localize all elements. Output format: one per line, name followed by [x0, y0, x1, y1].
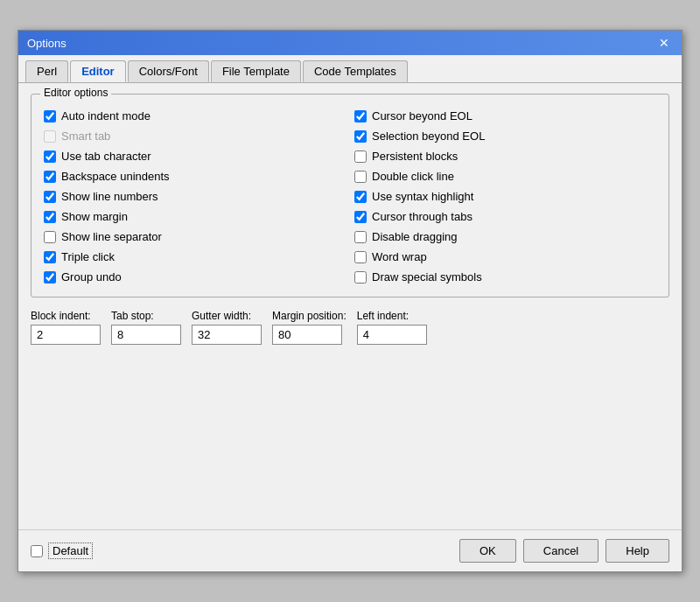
draw-special-symbols-checkbox[interactable]	[354, 271, 367, 284]
gutter-width-group: Gutter width:	[192, 310, 262, 345]
disable-dragging-checkbox[interactable]	[354, 231, 367, 243]
help-button[interactable]: Help	[606, 539, 669, 563]
cursor-through-tabs-checkbox[interactable]	[354, 211, 367, 223]
checkbox-show-line-separator: Show line separator	[44, 229, 346, 244]
editor-options-group: Editor options Auto indent mode Cursor b…	[31, 94, 669, 298]
gutter-width-input[interactable]	[192, 325, 262, 345]
checkbox-triple-click: Triple click	[44, 249, 346, 264]
word-wrap-checkbox[interactable]	[354, 251, 367, 263]
persistent-blocks-label[interactable]: Persistent blocks	[372, 150, 458, 163]
tab-stop-label: Tab stop:	[111, 310, 181, 322]
cursor-through-tabs-label[interactable]: Cursor through tabs	[372, 210, 472, 223]
title-bar: Options ✕	[18, 31, 682, 55]
use-syntax-highlight-checkbox[interactable]	[354, 191, 367, 203]
selection-beyond-eol-label[interactable]: Selection beyond EOL	[372, 130, 485, 143]
group-undo-checkbox[interactable]	[44, 271, 56, 284]
smart-tab-checkbox[interactable]	[44, 130, 56, 143]
show-margin-checkbox[interactable]	[44, 211, 56, 223]
options-dialog: Options ✕ Perl Editor Colors/Font File T…	[18, 30, 682, 572]
checkbox-persistent-blocks: Persistent blocks	[354, 149, 656, 164]
close-button[interactable]: ✕	[655, 36, 673, 50]
show-line-numbers-checkbox[interactable]	[44, 191, 56, 203]
selection-beyond-eol-checkbox[interactable]	[354, 130, 367, 143]
use-tab-char-label[interactable]: Use tab character	[61, 150, 151, 163]
checkbox-use-syntax-highlight: Use syntax highlight	[354, 189, 656, 204]
triple-click-checkbox[interactable]	[44, 251, 56, 263]
checkbox-backspace-unindents: Backspace unindents	[44, 169, 346, 184]
checkbox-use-tab-char: Use tab character	[44, 149, 346, 164]
auto-indent-checkbox[interactable]	[44, 110, 56, 122]
margin-position-input[interactable]	[272, 325, 342, 345]
triple-click-label[interactable]: Triple click	[61, 250, 115, 263]
footer-buttons: OK Cancel Help	[459, 539, 669, 563]
cursor-beyond-eol-label[interactable]: Cursor beyond EOL	[372, 109, 472, 122]
tab-editor[interactable]: Editor	[70, 60, 126, 82]
checkbox-cursor-through-tabs: Cursor through tabs	[354, 209, 656, 224]
checkbox-disable-dragging: Disable dragging	[354, 229, 656, 244]
group-legend: Editor options	[40, 87, 111, 99]
checkbox-auto-indent: Auto indent mode	[44, 108, 346, 123]
tab-stop-group: Tab stop:	[111, 310, 181, 345]
backspace-unindents-label[interactable]: Backspace unindents	[61, 170, 170, 183]
checkbox-double-click-line: Double click line	[354, 169, 656, 184]
tab-file-template[interactable]: File Template	[211, 60, 301, 82]
use-tab-char-checkbox[interactable]	[44, 150, 56, 163]
auto-indent-label[interactable]: Auto indent mode	[61, 109, 150, 122]
checkbox-draw-special-symbols: Draw special symbols	[354, 270, 656, 284]
show-line-separator-checkbox[interactable]	[44, 231, 56, 243]
tab-colors-font[interactable]: Colors/Font	[128, 60, 209, 82]
disable-dragging-label[interactable]: Disable dragging	[372, 230, 458, 243]
tab-stop-input[interactable]	[111, 325, 181, 345]
show-line-numbers-label[interactable]: Show line numbers	[61, 190, 158, 203]
margin-position-label: Margin position:	[272, 310, 346, 322]
group-undo-label[interactable]: Group undo	[61, 270, 122, 284]
left-indent-input[interactable]	[357, 325, 427, 345]
dialog-footer: Default OK Cancel Help	[18, 529, 682, 571]
draw-special-symbols-label[interactable]: Draw special symbols	[372, 270, 482, 284]
dialog-title: Options	[27, 37, 66, 50]
gutter-width-label: Gutter width:	[192, 310, 262, 322]
checkbox-cursor-beyond-eol: Cursor beyond EOL	[354, 108, 656, 123]
show-margin-label[interactable]: Show margin	[61, 210, 128, 223]
default-checkbox[interactable]	[31, 545, 43, 557]
inputs-row: Block indent: Tab stop: Gutter width: Ma…	[31, 310, 669, 345]
default-label[interactable]: Default	[48, 542, 93, 559]
cancel-button[interactable]: Cancel	[523, 539, 598, 563]
checkbox-show-line-numbers: Show line numbers	[44, 189, 346, 204]
block-indent-label: Block indent:	[31, 310, 101, 322]
block-indent-input[interactable]	[31, 325, 101, 345]
tab-perl[interactable]: Perl	[25, 60, 68, 82]
double-click-line-checkbox[interactable]	[354, 171, 367, 183]
left-indent-group: Left indent:	[357, 310, 427, 345]
smart-tab-label[interactable]: Smart tab	[61, 130, 110, 143]
footer-left: Default	[31, 542, 452, 559]
checkboxes-grid: Auto indent mode Cursor beyond EOL Smart…	[44, 108, 656, 284]
show-line-separator-label[interactable]: Show line separator	[61, 230, 162, 243]
checkbox-selection-beyond-eol: Selection beyond EOL	[354, 129, 656, 144]
ok-button[interactable]: OK	[459, 539, 516, 563]
word-wrap-label[interactable]: Word wrap	[372, 250, 427, 263]
margin-position-group: Margin position:	[272, 310, 346, 345]
use-syntax-highlight-label[interactable]: Use syntax highlight	[372, 190, 473, 203]
persistent-blocks-checkbox[interactable]	[354, 150, 367, 163]
checkbox-group-undo: Group undo	[44, 270, 346, 284]
double-click-line-label[interactable]: Double click line	[372, 170, 454, 183]
left-indent-label: Left indent:	[357, 310, 427, 322]
dialog-body: Editor options Auto indent mode Cursor b…	[18, 83, 682, 529]
backspace-unindents-checkbox[interactable]	[44, 171, 56, 183]
block-indent-group: Block indent:	[31, 310, 101, 345]
checkbox-smart-tab: Smart tab	[44, 129, 346, 144]
tab-code-templates[interactable]: Code Templates	[303, 60, 408, 82]
checkbox-word-wrap: Word wrap	[354, 249, 656, 264]
cursor-beyond-eol-checkbox[interactable]	[354, 110, 367, 122]
checkbox-show-margin: Show margin	[44, 209, 346, 224]
tabs-bar: Perl Editor Colors/Font File Template Co…	[18, 55, 682, 83]
